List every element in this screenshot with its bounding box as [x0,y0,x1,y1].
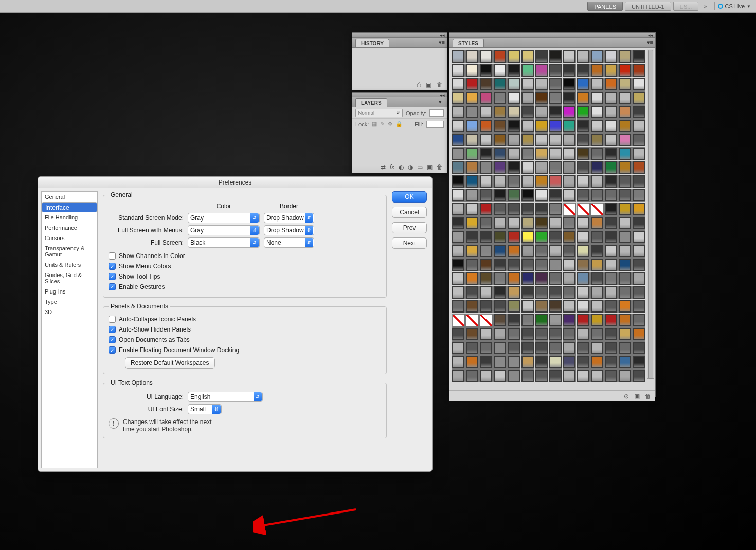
style-swatch[interactable] [521,216,534,230]
style-swatch[interactable] [507,50,520,63]
style-swatch[interactable] [577,286,590,299]
style-swatch[interactable] [465,175,479,188]
border-select[interactable]: None⇵ [264,237,314,248]
style-swatch[interactable] [535,64,548,77]
style-swatch[interactable] [563,50,576,63]
style-swatch[interactable] [452,119,465,133]
style-swatch[interactable] [577,272,590,285]
style-swatch[interactable] [618,147,632,160]
style-swatch[interactable] [493,216,507,230]
style-swatch[interactable] [535,300,548,313]
style-swatch[interactable] [604,314,618,327]
style-swatch[interactable] [604,203,618,216]
style-swatch[interactable] [479,216,493,230]
ui-fontsize-select[interactable]: Small⇵ [188,404,222,414]
style-swatch[interactable] [521,244,534,258]
style-swatch[interactable] [521,203,534,216]
style-swatch[interactable] [521,161,534,174]
style-swatch[interactable] [604,216,618,230]
style-swatch[interactable] [563,216,576,230]
style-swatch[interactable] [535,258,548,271]
style-swatch[interactable] [521,64,534,77]
style-swatch[interactable] [452,50,465,63]
style-swatch[interactable] [590,147,604,160]
style-swatch[interactable] [604,230,618,244]
new-layer-icon[interactable]: ▣ [427,163,433,171]
style-swatch[interactable] [577,300,590,313]
checkbox[interactable]: ✓ [109,283,116,290]
style-swatch[interactable] [577,147,590,160]
style-swatch[interactable] [563,161,576,174]
style-swatch[interactable] [604,341,618,355]
style-swatch[interactable] [549,147,562,160]
lock-transparency-icon[interactable]: ▦ [372,121,377,127]
style-swatch[interactable] [479,369,493,382]
style-swatch[interactable] [521,133,534,146]
style-swatch[interactable] [479,258,493,271]
style-swatch[interactable] [618,133,632,146]
style-swatch[interactable] [563,119,576,133]
style-swatch[interactable] [535,230,548,244]
style-swatch[interactable] [563,203,576,216]
style-swatch[interactable] [465,244,479,258]
cslive-button[interactable]: CS Live ▼ [718,3,751,9]
history-snapshot-icon[interactable]: ⎙ [417,81,421,88]
style-swatch[interactable] [549,258,562,271]
style-swatch[interactable] [577,133,590,146]
next-button[interactable]: Next [392,237,427,249]
style-swatch[interactable] [452,314,465,327]
style-swatch[interactable] [465,314,479,327]
style-swatch[interactable] [604,78,618,91]
style-swatch[interactable] [577,244,590,258]
category-item[interactable]: General [42,192,97,202]
style-swatch[interactable] [618,91,632,105]
style-swatch[interactable] [521,341,534,355]
style-swatch[interactable] [590,244,604,258]
style-swatch[interactable] [590,161,604,174]
style-swatch[interactable] [618,119,632,133]
style-swatch[interactable] [452,230,465,244]
style-swatch[interactable] [535,105,548,119]
style-swatch[interactable] [493,314,507,327]
style-swatch[interactable] [563,272,576,285]
style-swatch[interactable] [563,105,576,119]
style-swatch[interactable] [493,355,507,369]
style-swatch[interactable] [632,314,645,327]
tab-styles[interactable]: STYLES [453,39,484,47]
style-swatch[interactable] [479,203,493,216]
style-swatch[interactable] [465,355,479,369]
style-swatch[interactable] [632,216,645,230]
trash-icon[interactable]: 🗑 [437,81,443,88]
category-item[interactable]: Interface [42,202,97,212]
checkbox[interactable]: ✓ [109,326,116,333]
style-swatch[interactable] [465,189,479,202]
style-swatch[interactable] [577,64,590,77]
style-swatch[interactable] [507,286,520,299]
style-swatch[interactable] [479,244,493,258]
style-swatch[interactable] [479,78,493,91]
style-swatch[interactable] [493,258,507,271]
category-item[interactable]: Plug-Ins [42,286,97,297]
style-swatch[interactable] [590,272,604,285]
style-swatch[interactable] [535,244,548,258]
style-swatch[interactable] [452,341,465,355]
style-swatch[interactable] [452,147,465,160]
no-style-icon[interactable]: ⊘ [624,393,629,400]
style-swatch[interactable] [465,300,479,313]
style-swatch[interactable] [577,161,590,174]
style-swatch[interactable] [479,50,493,63]
style-swatch[interactable] [549,175,562,188]
style-swatch[interactable] [535,175,548,188]
style-swatch[interactable] [590,78,604,91]
style-swatch[interactable] [563,175,576,188]
style-swatch[interactable] [507,91,520,105]
style-swatch[interactable] [479,175,493,188]
style-swatch[interactable] [563,244,576,258]
style-swatch[interactable] [563,64,576,77]
style-swatch[interactable] [521,119,534,133]
style-swatch[interactable] [452,286,465,299]
style-swatch[interactable] [465,133,479,146]
style-swatch[interactable] [521,91,534,105]
style-swatch[interactable] [507,133,520,146]
style-swatch[interactable] [535,314,548,327]
